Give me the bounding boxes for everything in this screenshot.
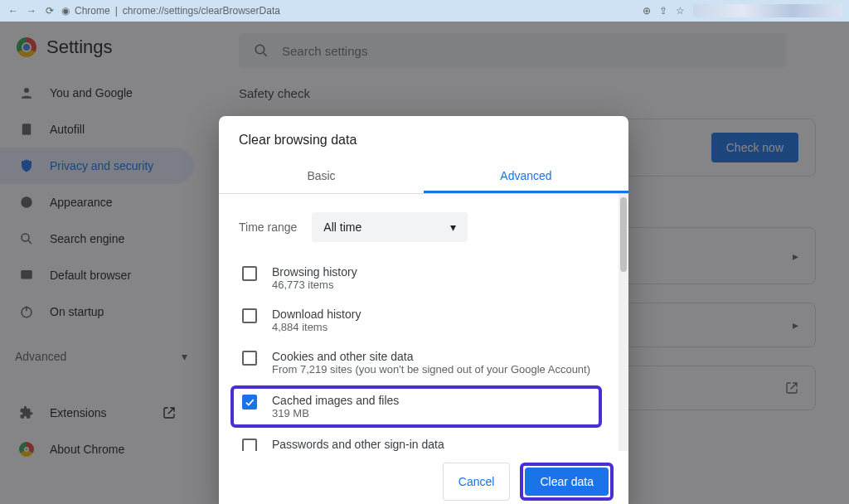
- forward-icon[interactable]: →: [25, 5, 38, 17]
- scrollbar[interactable]: [619, 194, 628, 451]
- dialog-title: Clear browsing data: [219, 116, 628, 159]
- browser-toolbar: ← → ⟳ ◉ Chrome | chrome://settings/clear…: [0, 0, 849, 22]
- highlighted-option: Cached images and files 319 MB: [230, 385, 602, 428]
- tab-basic[interactable]: Basic: [219, 159, 424, 193]
- back-icon[interactable]: ←: [7, 5, 20, 17]
- checkbox[interactable]: [242, 439, 257, 451]
- url-text: chrome://settings/clearBrowserData: [123, 5, 280, 17]
- dialog-tabs: Basic Advanced: [219, 159, 628, 194]
- cancel-button[interactable]: Cancel: [443, 463, 511, 501]
- timerange-select[interactable]: All time ▾: [312, 212, 468, 242]
- checkbox[interactable]: [242, 308, 257, 323]
- url-bar[interactable]: ◉ Chrome | chrome://settings/clearBrowse…: [61, 5, 280, 17]
- checkbox[interactable]: [242, 266, 257, 281]
- timerange-value: All time: [323, 220, 361, 234]
- option-cached-images[interactable]: Cached images and files 319 MB: [242, 392, 590, 421]
- url-label: Chrome: [75, 5, 110, 17]
- option-passwords[interactable]: Passwords and other sign-in data 627 pas…: [237, 429, 625, 451]
- dialog-body: Time range All time ▾ Browsing history 4…: [219, 194, 628, 451]
- checkbox[interactable]: [242, 395, 257, 410]
- dialog-footer: Cancel Clear data: [219, 451, 628, 504]
- option-cookies[interactable]: Cookies and other site data From 7,219 s…: [237, 342, 625, 384]
- timerange-label: Time range: [239, 220, 297, 234]
- chevron-down-icon: ▾: [450, 220, 456, 234]
- clear-browsing-data-dialog: Clear browsing data Basic Advanced Time …: [219, 116, 628, 504]
- window-controls-blurred: [693, 4, 842, 17]
- clear-data-button[interactable]: Clear data: [525, 468, 609, 496]
- reload-icon[interactable]: ⟳: [43, 5, 56, 17]
- option-browsing-history[interactable]: Browsing history 46,773 items: [237, 257, 625, 299]
- bookmark-icon[interactable]: ☆: [676, 5, 685, 17]
- tab-advanced[interactable]: Advanced: [424, 159, 628, 193]
- option-download-history[interactable]: Download history 4,884 items: [237, 299, 625, 342]
- check-icon: [244, 396, 255, 408]
- highlighted-clear-button: Clear data: [520, 463, 614, 501]
- chrome-icon: ◉: [61, 5, 70, 17]
- share-icon[interactable]: ⇪: [659, 5, 667, 17]
- checkbox[interactable]: [242, 351, 257, 366]
- zoom-icon[interactable]: ⊕: [643, 5, 651, 17]
